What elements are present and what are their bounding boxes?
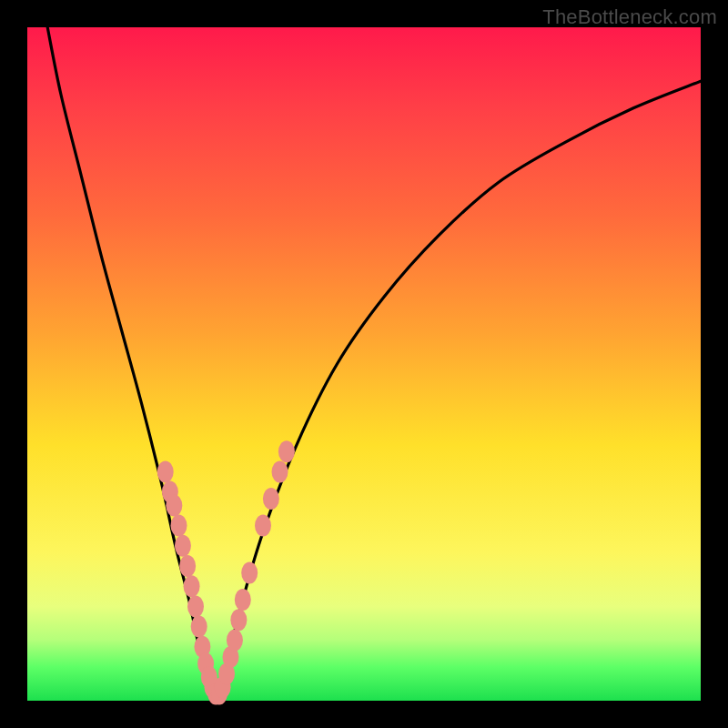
highlight-dot <box>191 616 207 638</box>
highlight-dot <box>230 609 247 631</box>
curve-group <box>47 27 701 701</box>
highlight-dot <box>255 515 271 537</box>
chart-plot-area <box>27 27 701 701</box>
chart-svg <box>27 27 701 701</box>
highlight-dot <box>175 535 191 557</box>
highlight-dot <box>157 460 174 482</box>
highlight-dot <box>272 460 288 482</box>
highlight-dot <box>263 488 279 510</box>
highlight-dot <box>184 575 200 597</box>
highlight-dot <box>235 589 251 611</box>
bottleneck-curve <box>47 27 701 701</box>
highlight-dot <box>166 494 182 516</box>
chart-frame: TheBottleneck.com <box>0 0 728 728</box>
highlight-dots <box>157 440 295 704</box>
highlight-dot <box>171 515 187 537</box>
highlight-dot <box>187 595 204 617</box>
watermark-text: TheBottleneck.com <box>542 5 717 29</box>
highlight-dot <box>227 629 243 651</box>
highlight-dot <box>179 555 196 577</box>
highlight-dot <box>278 440 295 462</box>
highlight-dot <box>241 561 258 583</box>
